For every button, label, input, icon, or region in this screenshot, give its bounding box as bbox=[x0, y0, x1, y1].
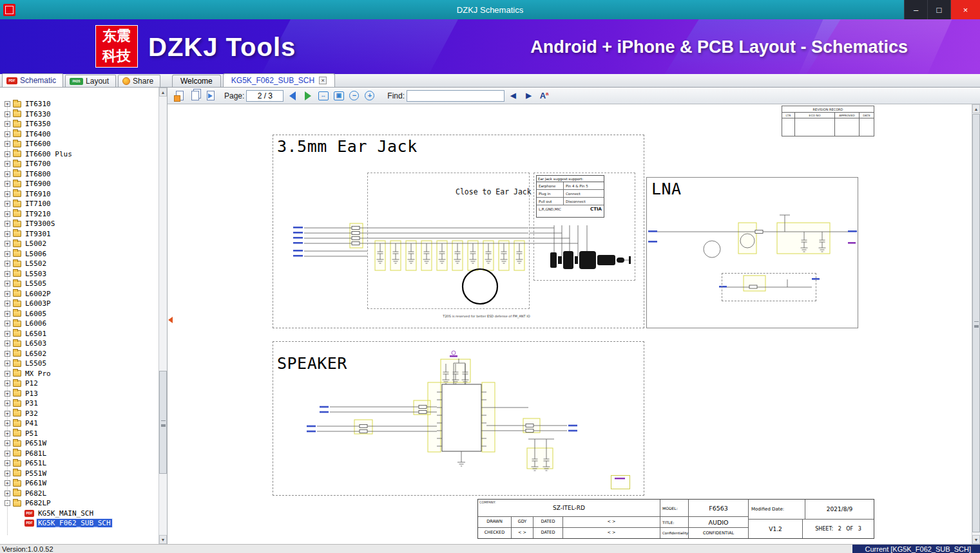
tab-document-active[interactable]: KG5K_F062_SUB_SCH × bbox=[223, 73, 335, 87]
tree-item[interactable]: PDF KG5K_MAIN_SCH bbox=[0, 509, 159, 519]
tree-item[interactable]: - PDF P682LP bbox=[0, 498, 159, 509]
maximize-button[interactable]: □ bbox=[927, 0, 950, 19]
tree-item[interactable]: + PDF L5505 bbox=[0, 279, 159, 289]
tree-item-label[interactable]: L5505 bbox=[24, 359, 48, 368]
expander-icon[interactable]: + bbox=[5, 440, 10, 446]
expander-icon[interactable]: + bbox=[5, 201, 10, 207]
expander-icon[interactable]: + bbox=[5, 351, 10, 357]
expander-icon[interactable]: + bbox=[5, 331, 10, 337]
tree-item[interactable]: + PDF P41 bbox=[0, 418, 159, 429]
tree-item[interactable]: + PDF IT6910 bbox=[0, 189, 159, 200]
scroll-up-icon[interactable]: ▲ bbox=[159, 88, 167, 97]
tree-item-label[interactable]: IT6310 bbox=[24, 100, 52, 108]
expander-icon[interactable]: + bbox=[5, 451, 10, 456]
tree-item[interactable]: + PDF P551W bbox=[0, 469, 159, 479]
expander-icon[interactable]: + bbox=[5, 271, 10, 277]
facing-pages-icon[interactable] bbox=[188, 89, 202, 102]
tree-item-label[interactable]: IT6600 bbox=[24, 140, 52, 148]
close-button[interactable]: × bbox=[950, 0, 980, 19]
expander-icon[interactable]: + bbox=[5, 111, 10, 117]
expander-icon[interactable]: + bbox=[5, 371, 10, 377]
tree-item-label[interactable]: L6502 bbox=[24, 350, 48, 358]
tree-item[interactable]: + PDF IT9210 bbox=[0, 209, 159, 220]
tree-item[interactable]: + PDF L5006 bbox=[0, 249, 159, 259]
tree-item[interactable]: + PDF L6501 bbox=[0, 329, 159, 339]
tree-item[interactable]: + PDF L6005 bbox=[0, 309, 159, 319]
zoom-out-button[interactable]: − bbox=[347, 89, 361, 102]
tab-share[interactable]: Share bbox=[118, 75, 160, 87]
continuous-view-icon[interactable] bbox=[204, 89, 217, 102]
page-input[interactable] bbox=[246, 90, 283, 102]
expander-icon[interactable]: + bbox=[5, 471, 10, 476]
expander-icon[interactable]: + bbox=[5, 431, 10, 436]
next-page-button[interactable] bbox=[301, 89, 314, 102]
tree-item-label[interactable]: L6003P bbox=[24, 299, 52, 308]
expander-icon[interactable]: + bbox=[5, 460, 10, 466]
expander-icon[interactable]: + bbox=[5, 161, 10, 167]
tree-item[interactable]: + PDF IT6800 bbox=[0, 169, 159, 180]
tree-item[interactable]: + PDF MX Pro bbox=[0, 369, 159, 379]
tree-item-label[interactable]: L6005 bbox=[24, 310, 48, 318]
tree-item-label[interactable]: L5006 bbox=[24, 250, 48, 258]
expander-icon[interactable]: + bbox=[5, 380, 10, 386]
expander-icon[interactable]: + bbox=[5, 191, 10, 197]
expander-icon[interactable]: + bbox=[5, 121, 10, 127]
previous-page-button[interactable] bbox=[285, 89, 299, 102]
tree-item[interactable]: + PDF L6503 bbox=[0, 339, 159, 349]
tree-item-label[interactable]: L6006 bbox=[24, 319, 48, 328]
tree-item[interactable]: + PDF P681L bbox=[0, 449, 159, 459]
tree-item[interactable]: + PDF IT7100 bbox=[0, 199, 159, 209]
tree-item[interactable]: + PDF L5002 bbox=[0, 239, 159, 249]
tree-item-label[interactable]: P12 bbox=[24, 379, 39, 388]
content-scrollbar[interactable]: ▲ ▼ bbox=[972, 104, 980, 544]
scroll-up-icon[interactable]: ▲ bbox=[972, 104, 980, 113]
tree-item-label[interactable]: IT6700 bbox=[24, 160, 52, 168]
tree-item-label[interactable]: L5503 bbox=[24, 270, 48, 278]
tree-item-label[interactable]: P51 bbox=[24, 429, 39, 438]
tree-item[interactable]: + PDF IT6330 bbox=[0, 109, 159, 120]
tree-item-label[interactable]: P32 bbox=[24, 409, 39, 418]
tree-item-label[interactable]: P31 bbox=[24, 399, 39, 408]
expander-icon[interactable]: + bbox=[5, 151, 10, 157]
expander-icon[interactable]: + bbox=[5, 411, 10, 417]
tree-item-label[interactable]: P551W bbox=[24, 469, 48, 478]
fit-width-button[interactable]: ↔ bbox=[316, 89, 330, 102]
expander-icon[interactable]: + bbox=[5, 141, 10, 147]
tree-item-label[interactable]: P651L bbox=[24, 459, 48, 467]
tree-item-label[interactable]: IT6350 bbox=[24, 120, 52, 128]
tab-welcome[interactable]: Welcome bbox=[172, 75, 221, 87]
expander-icon[interactable]: + bbox=[5, 311, 10, 317]
expander-icon[interactable]: + bbox=[5, 221, 10, 227]
tree-item-label[interactable]: P651W bbox=[24, 439, 48, 447]
scroll-down-icon[interactable]: ▼ bbox=[159, 535, 167, 544]
tree-item[interactable]: + PDF P31 bbox=[0, 398, 159, 409]
expander-icon[interactable]: - bbox=[5, 500, 10, 506]
expander-icon[interactable]: + bbox=[5, 491, 10, 496]
tree-item-label[interactable]: L6503 bbox=[24, 339, 48, 348]
tree-item-label[interactable]: KG5K_F062_SUB_SCH bbox=[37, 519, 112, 527]
tree-item-label[interactable]: IT9301 bbox=[24, 230, 52, 238]
expander-icon[interactable]: + bbox=[5, 281, 10, 286]
tree-item-label[interactable]: L6501 bbox=[24, 330, 48, 338]
tab-layout[interactable]: PADS Layout bbox=[65, 75, 116, 87]
tree-item[interactable]: + PDF L6003P bbox=[0, 299, 159, 309]
schematic-canvas[interactable]: 3.5mm Ear Jack LNA SPEAKER Close to Ear … bbox=[168, 104, 972, 544]
tree-item-label[interactable]: KG5K_MAIN_SCH bbox=[37, 509, 95, 518]
scrollbar-thumb[interactable] bbox=[159, 371, 167, 474]
tree-item[interactable]: + PDF IT6900 bbox=[0, 179, 159, 189]
tree-item[interactable]: + PDF IT9300S bbox=[0, 219, 159, 229]
tree-item-label[interactable]: IT6600 Plus bbox=[24, 150, 73, 158]
tree-item[interactable]: + PDF P51 bbox=[0, 429, 159, 439]
tree-item-label[interactable]: L5502 bbox=[24, 259, 48, 268]
expander-icon[interactable]: + bbox=[5, 321, 10, 326]
tree-item-label[interactable]: IT6400 bbox=[24, 130, 52, 138]
tree-item-label[interactable]: P681L bbox=[24, 449, 48, 458]
scrollbar-thumb[interactable] bbox=[972, 114, 980, 532]
tree-item-label[interactable]: IT9210 bbox=[24, 210, 52, 218]
tree-item[interactable]: + PDF L6002P bbox=[0, 289, 159, 299]
tree-item[interactable]: + PDF P651W bbox=[0, 438, 159, 449]
expander-icon[interactable]: + bbox=[5, 291, 10, 297]
expander-icon[interactable]: + bbox=[5, 341, 10, 346]
minimize-button[interactable]: – bbox=[904, 0, 927, 19]
close-tab-icon[interactable]: × bbox=[319, 77, 327, 84]
